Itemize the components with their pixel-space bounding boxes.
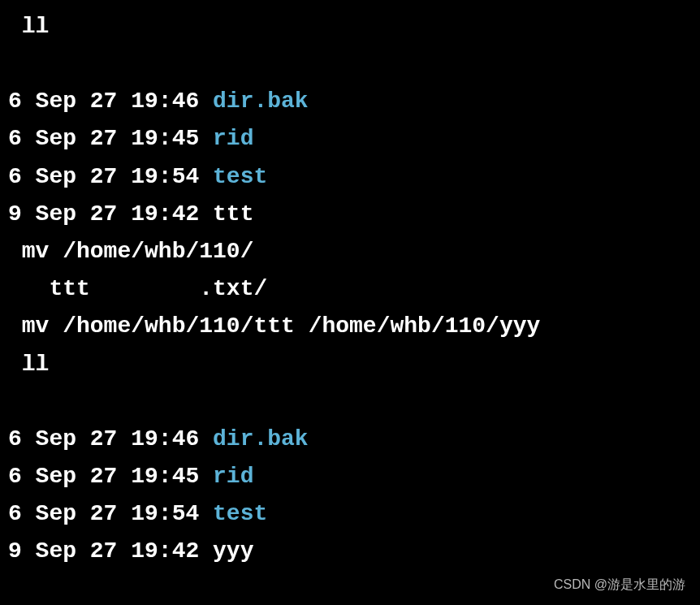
watermark-text: CSDN @游是水里的游 [554, 574, 685, 595]
tab-completion-line: ttt .txt/ [0, 270, 700, 308]
command-ll-1: ll [0, 8, 700, 45]
ls-row: 6 Sep 27 19:54 test [0, 158, 700, 196]
ls-prefix: 6 Sep 27 19:45 [8, 126, 213, 151]
ls-row: 6 Sep 27 19:46 dir.bak [0, 421, 700, 458]
ls-row: 9 Sep 27 19:42 ttt [0, 196, 700, 233]
ls-prefix: 9 Sep 27 19:42 [8, 201, 213, 227]
dir-name: rid [213, 126, 253, 151]
file-name: ttt [213, 201, 253, 227]
ls-prefix: 6 Sep 27 19:45 [8, 464, 213, 489]
dir-name: rid [213, 464, 253, 489]
dir-name: dir.bak [213, 426, 309, 452]
command-mv-partial: mv /home/whb/110/ [0, 233, 700, 270]
command-mv-full: mv /home/whb/110/ttt /home/whb/110/yyy [0, 308, 700, 345]
ls-prefix: 6 Sep 27 19:46 [8, 426, 213, 452]
ls-row: 9 Sep 27 19:42 yyy [0, 533, 700, 570]
ls-row: 6 Sep 27 19:46 dir.bak [0, 83, 700, 120]
ls-prefix: 6 Sep 27 19:54 [8, 501, 213, 526]
file-name: yyy [213, 538, 253, 564]
ls-prefix: 6 Sep 27 19:46 [8, 89, 213, 114]
command-ll-2: ll [0, 346, 700, 383]
ls-row: 6 Sep 27 19:45 rid [0, 120, 700, 158]
ls-row: 6 Sep 27 19:54 test [0, 495, 700, 533]
ls-prefix: 9 Sep 27 19:42 [8, 538, 213, 564]
ls-prefix: 6 Sep 27 19:54 [8, 164, 213, 189]
dir-name: test [213, 164, 267, 189]
ls-row: 6 Sep 27 19:45 rid [0, 458, 700, 495]
dir-name: dir.bak [213, 89, 309, 114]
dir-name: test [213, 501, 267, 526]
